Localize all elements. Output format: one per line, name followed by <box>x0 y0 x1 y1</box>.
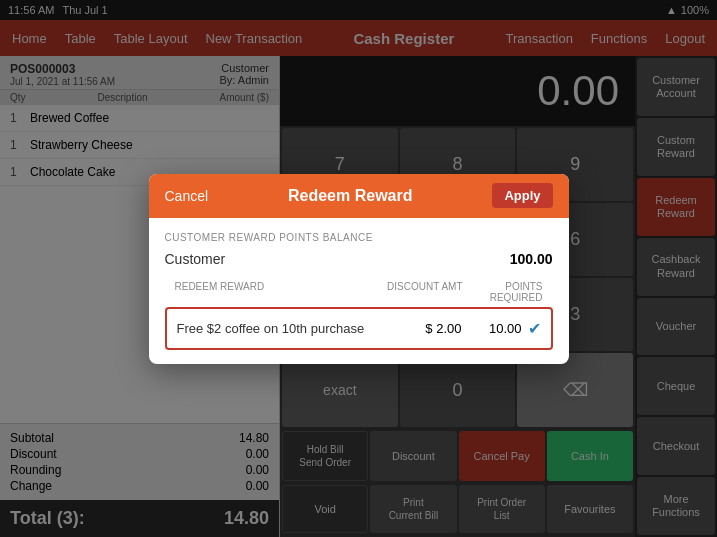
reward-discount-value: $ 2.00 <box>382 321 462 336</box>
reward-description: Free $2 coffee on 10th purchase <box>177 321 382 336</box>
modal-section-label: CUSTOMER REWARD POINTS BALANCE <box>165 232 553 243</box>
customer-label: Customer <box>165 251 226 267</box>
customer-balance: 100.00 <box>510 251 553 267</box>
redeem-col-header: REDEEM REWARD <box>175 281 383 303</box>
modal-header: Cancel Redeem Reward Apply <box>149 174 569 218</box>
modal-body: CUSTOMER REWARD POINTS BALANCE Customer … <box>149 218 569 364</box>
reward-points-value: 10.00 <box>462 321 522 336</box>
modal-overlay: Cancel Redeem Reward Apply CUSTOMER REWA… <box>0 0 717 537</box>
reward-row[interactable]: Free $2 coffee on 10th purchase $ 2.00 1… <box>165 307 553 350</box>
redeem-reward-modal: Cancel Redeem Reward Apply CUSTOMER REWA… <box>149 174 569 364</box>
reward-selected-icon: ✔ <box>528 319 541 338</box>
modal-cancel-button[interactable]: Cancel <box>165 188 209 204</box>
reward-table-header: REDEEM REWARD DISCOUNT AMT POINTS REQUIR… <box>165 281 553 303</box>
balance-row: Customer 100.00 <box>165 251 553 267</box>
modal-title: Redeem Reward <box>208 187 492 205</box>
points-col-header: POINTS REQUIRED <box>463 281 543 303</box>
modal-apply-button[interactable]: Apply <box>492 183 552 208</box>
discount-col-header: DISCOUNT AMT <box>383 281 463 303</box>
